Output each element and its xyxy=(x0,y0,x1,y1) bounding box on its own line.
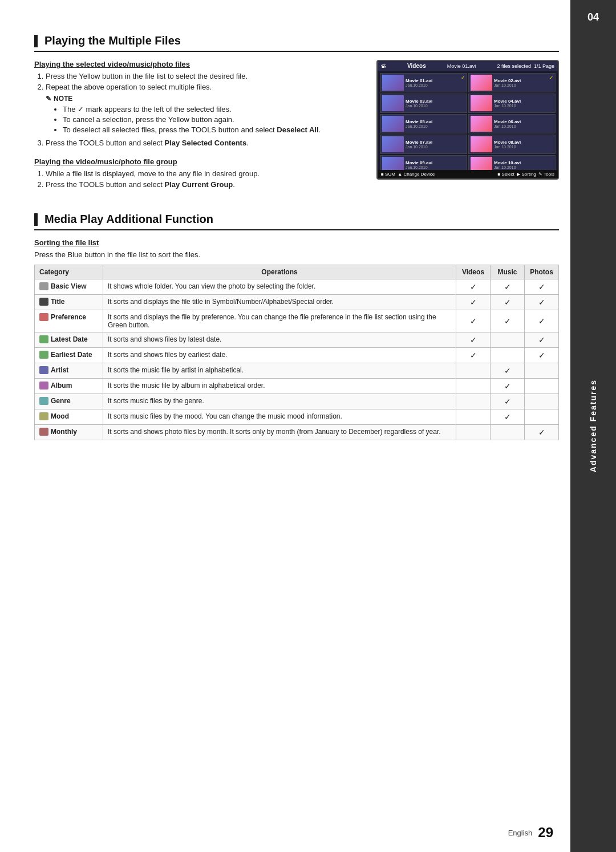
subsection1-steps: Press the Yellow button in the file list… xyxy=(46,72,365,91)
header-videos: Videos xyxy=(456,265,491,279)
videos-check-4: ✓ xyxy=(456,348,491,363)
table-row: Earliest DateIt sorts and shows files by… xyxy=(35,348,559,363)
section1: Playing the Multiple Files Playing the s… xyxy=(34,34,559,199)
cat-name-4: Earliest Date xyxy=(51,351,92,359)
videos-check-2: ✓ xyxy=(456,310,491,332)
tv-item-date-1: Jan.10.2010 xyxy=(406,83,465,87)
tv-item-info-8: Movie 08.avi Jan.10.2010 xyxy=(494,140,553,149)
tv-item-name-10: Movie 10.avi xyxy=(494,160,553,165)
sort-subsection-title: Sorting the file list xyxy=(34,238,559,247)
chapter-number: 04 xyxy=(570,11,616,23)
music-check-8: ✓ xyxy=(491,409,525,425)
tv-item-4: Movie 04.avi Jan.10.2010 xyxy=(468,94,556,113)
tv-thumb-4 xyxy=(471,95,492,111)
step2: Repeat the above operation to select mul… xyxy=(46,83,365,91)
tv-item-name-9: Movie 09.avi xyxy=(406,160,465,165)
tv-filename: Movie 01.avi xyxy=(447,63,476,69)
tv-item-date-4: Jan.10.2010 xyxy=(494,104,553,108)
photos-check-8 xyxy=(525,409,559,425)
table-row: TitleIt sorts and displays the file titl… xyxy=(35,295,559,310)
cat-icon-9 xyxy=(39,428,48,436)
tv-bottom-bar: ■ SUM ▲ Change Device ■ Select ▶ Sorting… xyxy=(378,170,558,178)
section2: Media Play Additional Function Sorting t… xyxy=(34,213,559,440)
tv-item-3: Movie 03.avi Jan.10.2010 xyxy=(380,94,467,113)
videos-check-3: ✓ xyxy=(456,332,491,348)
tv-item-info-4: Movie 04.avi Jan.10.2010 xyxy=(494,99,553,108)
category-cell-0: Basic View xyxy=(35,279,103,295)
tv-item-date-8: Jan.10.2010 xyxy=(494,145,553,149)
section1-title: Playing the Multiple Files xyxy=(34,34,559,52)
tv-bottom-right: ■ Select ▶ Sorting ✎ Tools xyxy=(497,172,554,177)
tv-thumb-7 xyxy=(382,136,404,152)
operations-cell-1: It sorts and displays the file title in … xyxy=(103,295,456,310)
tv-grid: Movie 01.avi Jan.10.2010 ✓ Movie 02.avi … xyxy=(378,71,558,177)
tv-item-info-3: Movie 03.avi Jan.10.2010 xyxy=(406,99,465,108)
photos-check-5 xyxy=(525,363,559,379)
operations-cell-0: It shows whole folder. You can view the … xyxy=(103,279,456,295)
bottom-bar: English 29 xyxy=(508,825,553,841)
tv-item-date-2: Jan.10.2010 xyxy=(494,83,553,87)
header-music: Music xyxy=(491,265,525,279)
videos-check-8 xyxy=(456,409,491,425)
tv-item-info-7: Movie 07.avi Jan.10.2010 xyxy=(406,140,465,149)
operations-cell-6: It sorts the music file by album in alph… xyxy=(103,379,456,394)
photos-check-1: ✓ xyxy=(525,295,559,310)
tv-item-5: Movie 05.avi Jan.10.2010 xyxy=(380,114,467,133)
tv-item-name-4: Movie 04.avi xyxy=(494,99,553,104)
tv-item-info-6: Movie 06.avi Jan.10.2010 xyxy=(494,119,553,128)
tv-item-info-10: Movie 10.avi Jan.10.2010 xyxy=(494,160,553,169)
cat-name-3: Latest Date xyxy=(51,335,88,343)
right-sidebar: 04 Advanced Features xyxy=(570,0,616,852)
subsection2-title: Playing the video/music/photo file group xyxy=(34,157,365,166)
tv-item-name-2: Movie 02.avi xyxy=(494,78,553,83)
videos-check-0: ✓ xyxy=(456,279,491,295)
table-row: ArtistIt sorts the music file by artist … xyxy=(35,363,559,379)
page-number: 29 xyxy=(538,825,553,841)
videos-check-6 xyxy=(456,379,491,394)
cat-name-7: Genre xyxy=(51,397,71,405)
subsection2-steps: While a file list is displayed, move to … xyxy=(46,169,365,189)
cat-icon-8 xyxy=(39,412,48,420)
subsection2: Playing the video/music/photo file group… xyxy=(34,157,365,189)
tv-thumb-8 xyxy=(471,136,492,152)
music-check-4 xyxy=(491,348,525,363)
operations-cell-9: It sorts and shows photo files by month.… xyxy=(103,425,456,440)
category-cell-6: Album xyxy=(35,379,103,394)
note-text: NOTE xyxy=(54,95,72,103)
videos-check-1: ✓ xyxy=(456,295,491,310)
note-bullet-1: The ✓ mark appears to the left of the se… xyxy=(63,105,365,113)
tv-top-bar: 📽 Videos Movie 01.avi 2 files selected 1… xyxy=(378,61,558,71)
tv-item-name-7: Movie 07.avi xyxy=(406,140,465,145)
music-check-9 xyxy=(491,425,525,440)
table-row: MoodIt sorts music files by the mood. Yo… xyxy=(35,409,559,425)
music-check-5: ✓ xyxy=(491,363,525,379)
tv-status: 2 files selected 1/1 Page xyxy=(497,63,554,69)
music-check-7: ✓ xyxy=(491,394,525,409)
step3: Press the TOOLS button and select Play S… xyxy=(46,139,365,147)
tv-item-info-1: Movie 01.avi Jan.10.2010 xyxy=(406,78,465,87)
category-cell-1: Title xyxy=(35,295,103,310)
note-bullet-2: To cancel a selection, press the Yellow … xyxy=(63,115,365,124)
photos-check-9: ✓ xyxy=(525,425,559,440)
photos-check-6 xyxy=(525,379,559,394)
cat-name-6: Album xyxy=(51,382,72,390)
cat-name-1: Title xyxy=(51,298,64,306)
tv-item-7: Movie 07.avi Jan.10.2010 xyxy=(380,135,467,154)
category-cell-2: Preference xyxy=(35,310,103,332)
header-photos: Photos xyxy=(525,265,559,279)
note-bullets: The ✓ mark appears to the left of the se… xyxy=(63,105,365,134)
table-row: PreferenceIt sorts and displays the file… xyxy=(35,310,559,332)
tv-thumb-6 xyxy=(471,116,492,132)
table-row: Latest DateIt sorts and shows files by l… xyxy=(35,332,559,348)
sort-desc: Press the Blue button in the file list t… xyxy=(34,250,559,259)
tv-item-date-5: Jan.10.2010 xyxy=(406,124,465,128)
title-bar-decoration xyxy=(34,35,38,47)
tv-item-info-9: Movie 09.avi Jan.10.2010 xyxy=(406,160,465,169)
cat-icon-5 xyxy=(39,366,48,374)
category-cell-3: Latest Date xyxy=(35,332,103,348)
tv-thumb-3 xyxy=(382,95,404,111)
tv-check-2: ✓ xyxy=(549,75,554,80)
tv-screenshot: 📽 Videos Movie 01.avi 2 files selected 1… xyxy=(376,60,559,180)
tv-thumb-5 xyxy=(382,116,404,132)
cat-icon-2 xyxy=(39,313,48,321)
